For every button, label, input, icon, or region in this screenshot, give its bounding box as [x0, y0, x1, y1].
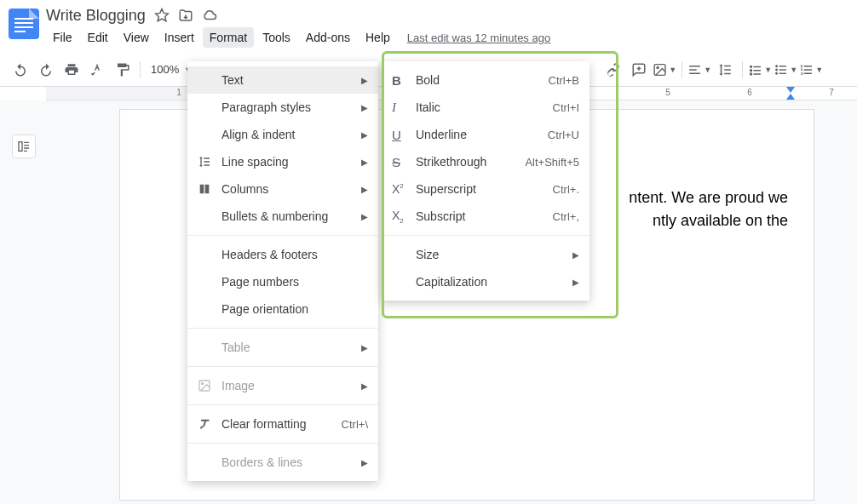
document-title[interactable]: Write Blogging [46, 7, 146, 25]
format-align-indent[interactable]: Align & indent▶ [187, 121, 378, 148]
text-subscript[interactable]: X2 Subscript Ctrl+, [382, 203, 590, 230]
strikethrough-icon: S [392, 155, 416, 169]
toolbar-separator [682, 61, 682, 78]
format-menu-dropdown: Text▶ Paragraph styles▶ Align & indent▶ … [187, 61, 378, 481]
format-table: Table▶ [187, 334, 378, 361]
svg-point-5 [775, 72, 778, 74]
image-icon [198, 379, 221, 392]
format-line-spacing[interactable]: Line spacing▶ [187, 148, 378, 175]
menu-separator [187, 328, 378, 329]
numbered-list-button[interactable]: ▼ [799, 58, 823, 82]
subscript-icon: X2 [392, 209, 416, 225]
checklist-button[interactable]: ▼ [748, 58, 772, 82]
menu-separator [187, 235, 378, 236]
menu-separator [187, 404, 378, 405]
menu-separator [187, 443, 378, 444]
format-borders-lines: Borders & lines▶ [187, 449, 378, 476]
docs-logo[interactable] [9, 9, 39, 39]
bulleted-list-button[interactable]: ▼ [774, 58, 797, 82]
format-paragraph-styles[interactable]: Paragraph styles▶ [187, 94, 378, 121]
text-submenu-dropdown: B Bold Ctrl+B I Italic Ctrl+I U Underlin… [382, 61, 590, 301]
format-page-numbers[interactable]: Page numbers [187, 268, 378, 295]
text-capitalization[interactable]: Capitalization▶ [382, 268, 590, 295]
text-bold[interactable]: B Bold Ctrl+B [382, 66, 590, 94]
menu-separator [382, 235, 590, 236]
text-underline[interactable]: U Underline Ctrl+U [382, 121, 590, 148]
menubar: File Edit View Insert Format Tools Add-o… [46, 27, 550, 48]
text-size[interactable]: Size▶ [382, 241, 590, 268]
clear-format-icon [198, 417, 221, 431]
star-icon[interactable] [154, 8, 170, 23]
insert-link-button[interactable] [601, 58, 625, 82]
menu-format[interactable]: Format [203, 27, 254, 48]
print-button[interactable] [60, 58, 83, 82]
format-headers-footers[interactable]: Headers & footers [187, 241, 378, 268]
columns-icon [198, 182, 221, 196]
toolbar-separator [742, 61, 743, 78]
last-edit-link[interactable]: Last edit was 12 minutes ago [407, 32, 550, 44]
format-text[interactable]: Text▶ [187, 66, 378, 94]
text-strikethrough[interactable]: S Strikethrough Alt+Shift+5 [382, 148, 590, 175]
menu-insert[interactable]: Insert [158, 27, 201, 48]
menu-separator [187, 366, 378, 367]
text-superscript[interactable]: X2 Superscript Ctrl+. [382, 175, 590, 203]
underline-icon: U [392, 128, 416, 142]
svg-point-2 [657, 66, 659, 68]
format-page-orientation[interactable]: Page orientation [187, 295, 378, 323]
paint-format-button[interactable] [111, 58, 135, 82]
menu-addons[interactable]: Add-ons [299, 27, 357, 48]
format-clear-formatting[interactable]: Clear formatting Ctrl+\ [187, 410, 378, 438]
bold-icon: B [392, 73, 416, 88]
format-bullets-numbering[interactable]: Bullets & numbering▶ [187, 203, 378, 230]
line-spacing-icon [198, 155, 221, 169]
italic-icon: I [392, 100, 416, 115]
undo-button[interactable] [9, 58, 32, 82]
svg-marker-0 [155, 9, 168, 21]
menu-edit[interactable]: Edit [81, 27, 115, 48]
cloud-status-icon[interactable] [202, 8, 217, 23]
line-spacing-button[interactable] [713, 58, 737, 82]
format-columns[interactable]: Columns▶ [187, 175, 378, 203]
svg-point-3 [775, 65, 778, 67]
superscript-icon: X2 [392, 182, 416, 196]
svg-point-4 [775, 68, 778, 71]
outline-toggle[interactable] [12, 135, 36, 158]
menu-file[interactable]: File [46, 27, 79, 48]
svg-rect-6 [19, 142, 22, 152]
menu-tools[interactable]: Tools [256, 27, 297, 48]
move-icon[interactable] [178, 8, 193, 23]
align-button[interactable]: ▼ [687, 58, 711, 82]
menu-help[interactable]: Help [359, 27, 397, 48]
redo-button[interactable] [34, 58, 58, 82]
format-image: Image▶ [187, 372, 378, 399]
add-comment-button[interactable] [627, 58, 651, 82]
toolbar-separator [140, 61, 141, 78]
svg-point-8 [202, 383, 204, 385]
spellcheck-button[interactable] [85, 58, 109, 82]
insert-image-button[interactable]: ▼ [653, 58, 676, 82]
text-italic[interactable]: I Italic Ctrl+I [382, 94, 590, 121]
menu-view[interactable]: View [117, 27, 156, 48]
